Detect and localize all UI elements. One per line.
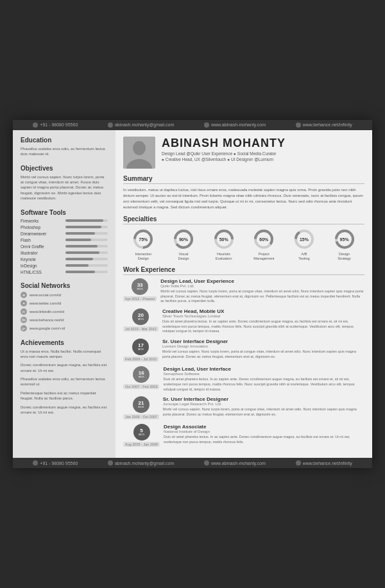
specialty-name: VisualDesign (178, 252, 189, 261)
work-desc: Duis sit amet pharetra lectus. In ac sap… (164, 435, 364, 444)
social-item: g+ www.google.com/+id (21, 325, 108, 332)
skill-name: InDesign (21, 264, 62, 268)
work-badge: 16 MOS Oct 2007 - Feb 2009 (123, 366, 159, 392)
skill-row: Keynote (21, 257, 108, 262)
behance-icon: Bē (21, 317, 27, 323)
work-title: Design Lead, User Experience (160, 278, 364, 284)
skill-row: Illustrator (21, 251, 108, 255)
badge-unit: MOS (138, 406, 144, 408)
badge-circle: 20 MOS (132, 308, 149, 325)
svg-point-1 (133, 141, 146, 155)
badge-circle: 21 MOS (133, 396, 150, 413)
skill-row: Omni Graffle (21, 244, 108, 249)
skills-list: Fireworks Photoshop Dreamweaver Flash Om… (21, 219, 108, 274)
bottombar-web: www.abinash-mohanty.com (204, 460, 266, 466)
header-info: ABINASH MOHANTY Design Lead @Quikr User … (162, 137, 364, 162)
social-item: ✦ www.twitter.com/id (21, 300, 108, 307)
work-date: Jul 2010 - Mar 2012 (123, 326, 158, 332)
linkedin-icon: in (21, 308, 27, 315)
summary-text: In vestibulum, metus ut dapibus luctus, … (123, 187, 364, 210)
social-text: www.behance.net/id (30, 318, 64, 322)
social-networks-title: Social Networks (21, 282, 108, 289)
specialty-item: 50% HeuristicEvaluation (213, 228, 235, 261)
bottombar-phone: +91 - 98080 95560 (33, 460, 78, 466)
social-text: www.social.com/id (30, 293, 61, 297)
specialty-item: 75% InteractionDesign (132, 228, 154, 261)
work-experience-title: Work Experience (123, 266, 364, 275)
work-badge: 21 MOS Jan 2006 - Oct 2007 (123, 396, 159, 419)
skill-name: Flash (21, 238, 62, 242)
badge-circle: 17 MOS (132, 339, 149, 355)
right-content: ABINASH MOHANTY Design Lead @Quikr User … (116, 130, 372, 458)
badge-unit: MOS (139, 376, 144, 378)
skill-bar (65, 226, 101, 228)
twitter-icon: ✦ (21, 300, 27, 307)
badge-unit: MOS (139, 433, 144, 436)
skill-name: Photoshop (21, 225, 62, 230)
bottombar-behance: www.behance.net/infinity (296, 460, 352, 466)
skill-bar (65, 245, 98, 248)
skill-row: InDesign (21, 264, 108, 268)
donut-label: 60% (259, 237, 268, 241)
badge-circle: 16 MOS (133, 366, 150, 383)
work-desc: Morbi vel cursus sapien. Nunc turpis lor… (162, 349, 364, 359)
achievement-paragraph: Donec condimentum augue magna, eu facili… (21, 362, 108, 373)
work-item: 21 MOS Jan 2006 - Oct 2007 Sr. User Inte… (123, 396, 364, 419)
work-details: Design Lead, User Experience Quikr India… (160, 278, 364, 304)
work-badge: 20 MOS Jul 2010 - Mar 2012 (123, 308, 158, 334)
work-desc: Duis sit amet pharetra lectus. In ac sap… (162, 319, 364, 334)
specialty-item: 60% ProjectManagement (253, 228, 275, 261)
skill-name: Omni Graffle (21, 244, 62, 249)
topbar-web: www.abinash-mohanty.com (204, 122, 266, 128)
bottombar-email: abinash.mohanty@gmail.com (108, 460, 174, 466)
work-company: Semaphore Software (163, 372, 364, 376)
social-list: ⊕ www.social.com/id ✦ www.twitter.com/id… (21, 292, 108, 332)
skill-name: Fireworks (21, 219, 62, 223)
objectives-text: Morbi vel cursus sapien. Nunc turpis lor… (21, 174, 108, 201)
badge-circle: 33 MOS (132, 278, 148, 295)
specialty-name: A/BTesting (298, 252, 309, 261)
skill-bar-container (65, 239, 108, 241)
badge-circle: 5 MOS (133, 424, 150, 441)
email-icon-bottom (108, 460, 113, 466)
googleplus-icon: g+ (21, 325, 27, 332)
donut-chart: 90% (173, 228, 194, 250)
work-title: Design Lead, User Interface (163, 366, 364, 372)
work-desc: Duis sit amet pharetra lectus. In ac sap… (163, 377, 364, 392)
skill-name: Keynote (21, 257, 62, 262)
work-experience-list: 33 MOS Apr 2012 - Present Design Lead, U… (123, 278, 364, 447)
donut-chart: 60% (253, 228, 275, 250)
work-company: Quikr India Pvt. Ltd. (160, 284, 364, 288)
achievements-text: Ut a massa eros. Nulla facilisi. Nulla c… (21, 349, 108, 416)
achievements-section: Achievements Ut a massa eros. Nulla faci… (21, 339, 108, 416)
skill-bar-container (65, 245, 108, 248)
work-company: Jurscape Legal Research Pvt. Ltd. (163, 402, 364, 406)
work-details: Sr. User Interface Designer Lumium Desig… (162, 339, 364, 362)
software-tools-title: Software Tools (21, 209, 108, 216)
social-networks-section: Social Networks ⊕ www.social.com/id ✦ ww… (21, 282, 108, 332)
skill-bar-container (65, 219, 108, 222)
top-bar: +91 - 98080 95560 abinash.mohanty@gmail.… (13, 120, 372, 130)
specialties-row: 75% InteractionDesign 90% VisualDesign 5… (123, 228, 364, 261)
summary-title: Summary (123, 175, 364, 184)
email-icon (108, 122, 113, 128)
skill-bar-container (65, 264, 108, 267)
work-title: Design Associate (164, 424, 364, 430)
skill-name: HTML/CSS (21, 270, 62, 274)
skill-bar (65, 264, 89, 267)
skill-bar (65, 251, 99, 254)
work-item: 33 MOS Apr 2012 - Present Design Lead, U… (123, 278, 364, 304)
donut-label: 15% (300, 237, 309, 241)
skill-bar (65, 232, 95, 235)
globe-icon: ⊕ (21, 292, 27, 298)
donut-chart: 15% (293, 228, 315, 250)
donut-chart: 50% (213, 228, 235, 250)
work-date: Apr 2012 - Present (123, 296, 157, 301)
work-title: Sr. User Interface Designer (163, 396, 364, 402)
specialty-item: 95% DesignStrategy (334, 228, 355, 261)
work-item: 17 MOS Feb 2009 - Jul 2010 Sr. User Inte… (123, 339, 364, 362)
behance-icon (296, 122, 301, 128)
sidebar: Education Phasellus sodales eros odio, a… (13, 130, 116, 458)
specialty-name: DesignStrategy (338, 252, 350, 261)
work-badge: 5 MOS Aug 2005 - Jan 2006 (123, 424, 160, 447)
